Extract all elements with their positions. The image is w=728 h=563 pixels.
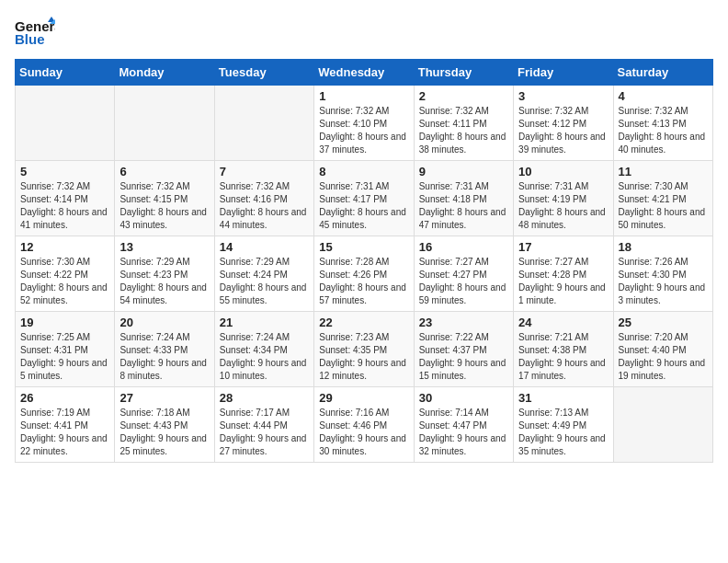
day-info: Sunrise: 7:29 AM Sunset: 4:23 PM Dayligh… bbox=[119, 256, 209, 307]
day-number: 23 bbox=[419, 316, 508, 329]
calendar-cell: 24Sunrise: 7:21 AM Sunset: 4:38 PM Dayli… bbox=[514, 312, 613, 387]
calendar-cell: 29Sunrise: 7:16 AM Sunset: 4:46 PM Dayli… bbox=[314, 387, 414, 463]
day-number: 16 bbox=[419, 240, 508, 254]
day-info: Sunrise: 7:32 AM Sunset: 4:16 PM Dayligh… bbox=[220, 180, 309, 232]
day-info: Sunrise: 7:31 AM Sunset: 4:17 PM Dayligh… bbox=[319, 180, 408, 232]
day-info: Sunrise: 7:29 AM Sunset: 4:24 PM Dayligh… bbox=[220, 256, 309, 307]
day-info: Sunrise: 7:27 AM Sunset: 4:27 PM Dayligh… bbox=[419, 256, 508, 307]
calendar-cell: 5Sunrise: 7:32 AM Sunset: 4:14 PM Daylig… bbox=[16, 161, 115, 236]
calendar-cell: 6Sunrise: 7:32 AM Sunset: 4:15 PM Daylig… bbox=[115, 161, 214, 236]
calendar-cell bbox=[214, 86, 313, 161]
day-number: 13 bbox=[119, 240, 209, 254]
weekday-saturday: Saturday bbox=[613, 60, 712, 86]
day-info: Sunrise: 7:19 AM Sunset: 4:41 PM Dayligh… bbox=[20, 407, 109, 458]
calendar-cell: 9Sunrise: 7:31 AM Sunset: 4:18 PM Daylig… bbox=[414, 161, 513, 236]
day-info: Sunrise: 7:14 AM Sunset: 4:47 PM Dayligh… bbox=[419, 407, 508, 458]
calendar-week-4: 26Sunrise: 7:19 AM Sunset: 4:41 PM Dayli… bbox=[16, 387, 713, 463]
calendar-cell: 20Sunrise: 7:24 AM Sunset: 4:33 PM Dayli… bbox=[115, 312, 214, 387]
calendar-cell: 10Sunrise: 7:31 AM Sunset: 4:19 PM Dayli… bbox=[514, 161, 613, 236]
day-info: Sunrise: 7:17 AM Sunset: 4:44 PM Dayligh… bbox=[220, 407, 309, 458]
calendar-cell: 14Sunrise: 7:29 AM Sunset: 4:24 PM Dayli… bbox=[214, 236, 313, 312]
day-info: Sunrise: 7:32 AM Sunset: 4:12 PM Dayligh… bbox=[518, 105, 608, 156]
day-number: 7 bbox=[220, 165, 309, 178]
weekday-friday: Friday bbox=[514, 60, 613, 86]
weekday-wednesday: Wednesday bbox=[314, 60, 414, 86]
calendar-cell: 13Sunrise: 7:29 AM Sunset: 4:23 PM Dayli… bbox=[115, 236, 214, 312]
calendar-body: 1Sunrise: 7:32 AM Sunset: 4:10 PM Daylig… bbox=[16, 86, 713, 463]
day-info: Sunrise: 7:30 AM Sunset: 4:21 PM Dayligh… bbox=[619, 180, 708, 232]
day-info: Sunrise: 7:13 AM Sunset: 4:49 PM Dayligh… bbox=[518, 407, 608, 458]
day-number: 11 bbox=[619, 165, 708, 178]
day-number: 12 bbox=[20, 240, 109, 254]
weekday-tuesday: Tuesday bbox=[214, 60, 313, 86]
day-info: Sunrise: 7:32 AM Sunset: 4:10 PM Dayligh… bbox=[319, 105, 408, 156]
day-number: 20 bbox=[119, 316, 209, 329]
day-number: 31 bbox=[518, 391, 608, 405]
calendar-cell: 25Sunrise: 7:20 AM Sunset: 4:40 PM Dayli… bbox=[613, 312, 712, 387]
logo-icon: General Blue bbox=[15, 15, 55, 48]
calendar-cell: 17Sunrise: 7:27 AM Sunset: 4:28 PM Dayli… bbox=[514, 236, 613, 312]
day-number: 25 bbox=[619, 316, 708, 329]
day-info: Sunrise: 7:16 AM Sunset: 4:46 PM Dayligh… bbox=[319, 407, 408, 458]
day-number: 6 bbox=[119, 165, 209, 178]
weekday-thursday: Thursday bbox=[414, 60, 513, 86]
day-number: 14 bbox=[220, 240, 309, 254]
calendar-cell bbox=[613, 387, 712, 463]
day-info: Sunrise: 7:20 AM Sunset: 4:40 PM Dayligh… bbox=[619, 331, 708, 383]
day-number: 1 bbox=[319, 89, 408, 103]
calendar-cell: 31Sunrise: 7:13 AM Sunset: 4:49 PM Dayli… bbox=[514, 387, 613, 463]
day-number: 29 bbox=[319, 391, 408, 405]
day-number: 18 bbox=[619, 240, 708, 254]
calendar-cell: 8Sunrise: 7:31 AM Sunset: 4:17 PM Daylig… bbox=[314, 161, 414, 236]
day-info: Sunrise: 7:18 AM Sunset: 4:43 PM Dayligh… bbox=[119, 407, 209, 458]
day-number: 8 bbox=[319, 165, 408, 178]
calendar-cell bbox=[16, 86, 115, 161]
calendar-table: SundayMondayTuesdayWednesdayThursdayFrid… bbox=[15, 59, 713, 463]
day-number: 2 bbox=[419, 89, 508, 103]
calendar-cell: 1Sunrise: 7:32 AM Sunset: 4:10 PM Daylig… bbox=[314, 86, 414, 161]
day-info: Sunrise: 7:24 AM Sunset: 4:34 PM Dayligh… bbox=[220, 331, 309, 383]
day-number: 15 bbox=[319, 240, 408, 254]
calendar-week-1: 5Sunrise: 7:32 AM Sunset: 4:14 PM Daylig… bbox=[16, 161, 713, 236]
calendar-cell: 23Sunrise: 7:22 AM Sunset: 4:37 PM Dayli… bbox=[414, 312, 513, 387]
day-number: 3 bbox=[518, 89, 608, 103]
calendar-cell bbox=[115, 86, 214, 161]
day-number: 28 bbox=[220, 391, 309, 405]
calendar-cell: 16Sunrise: 7:27 AM Sunset: 4:27 PM Dayli… bbox=[414, 236, 513, 312]
calendar-cell: 7Sunrise: 7:32 AM Sunset: 4:16 PM Daylig… bbox=[214, 161, 313, 236]
day-info: Sunrise: 7:32 AM Sunset: 4:13 PM Dayligh… bbox=[619, 105, 708, 156]
day-info: Sunrise: 7:32 AM Sunset: 4:11 PM Dayligh… bbox=[419, 105, 508, 156]
day-info: Sunrise: 7:28 AM Sunset: 4:26 PM Dayligh… bbox=[319, 256, 408, 307]
day-info: Sunrise: 7:30 AM Sunset: 4:22 PM Dayligh… bbox=[20, 256, 109, 307]
day-number: 4 bbox=[619, 89, 708, 103]
day-info: Sunrise: 7:24 AM Sunset: 4:33 PM Dayligh… bbox=[119, 331, 209, 383]
calendar-cell: 15Sunrise: 7:28 AM Sunset: 4:26 PM Dayli… bbox=[314, 236, 414, 312]
day-info: Sunrise: 7:32 AM Sunset: 4:14 PM Dayligh… bbox=[20, 180, 109, 232]
day-number: 17 bbox=[518, 240, 608, 254]
weekday-monday: Monday bbox=[115, 60, 214, 86]
day-info: Sunrise: 7:25 AM Sunset: 4:31 PM Dayligh… bbox=[20, 331, 109, 383]
day-number: 26 bbox=[20, 391, 109, 405]
calendar-cell: 26Sunrise: 7:19 AM Sunset: 4:41 PM Dayli… bbox=[16, 387, 115, 463]
svg-text:Blue: Blue bbox=[15, 31, 45, 47]
day-number: 27 bbox=[119, 391, 209, 405]
day-number: 19 bbox=[20, 316, 109, 329]
day-info: Sunrise: 7:22 AM Sunset: 4:37 PM Dayligh… bbox=[419, 331, 508, 383]
calendar-cell: 18Sunrise: 7:26 AM Sunset: 4:30 PM Dayli… bbox=[613, 236, 712, 312]
day-info: Sunrise: 7:27 AM Sunset: 4:28 PM Dayligh… bbox=[518, 256, 608, 307]
calendar-cell: 28Sunrise: 7:17 AM Sunset: 4:44 PM Dayli… bbox=[214, 387, 313, 463]
calendar-week-2: 12Sunrise: 7:30 AM Sunset: 4:22 PM Dayli… bbox=[16, 236, 713, 312]
calendar-cell: 3Sunrise: 7:32 AM Sunset: 4:12 PM Daylig… bbox=[514, 86, 613, 161]
calendar-cell: 11Sunrise: 7:30 AM Sunset: 4:21 PM Dayli… bbox=[613, 161, 712, 236]
day-number: 30 bbox=[419, 391, 508, 405]
day-info: Sunrise: 7:23 AM Sunset: 4:35 PM Dayligh… bbox=[319, 331, 408, 383]
day-info: Sunrise: 7:31 AM Sunset: 4:19 PM Dayligh… bbox=[518, 180, 608, 232]
calendar-cell: 4Sunrise: 7:32 AM Sunset: 4:13 PM Daylig… bbox=[613, 86, 712, 161]
calendar-cell: 21Sunrise: 7:24 AM Sunset: 4:34 PM Dayli… bbox=[214, 312, 313, 387]
day-number: 22 bbox=[319, 316, 408, 329]
calendar-cell: 27Sunrise: 7:18 AM Sunset: 4:43 PM Dayli… bbox=[115, 387, 214, 463]
weekday-header-row: SundayMondayTuesdayWednesdayThursdayFrid… bbox=[16, 60, 713, 86]
day-info: Sunrise: 7:26 AM Sunset: 4:30 PM Dayligh… bbox=[619, 256, 708, 307]
calendar-cell: 12Sunrise: 7:30 AM Sunset: 4:22 PM Dayli… bbox=[16, 236, 115, 312]
day-number: 21 bbox=[220, 316, 309, 329]
